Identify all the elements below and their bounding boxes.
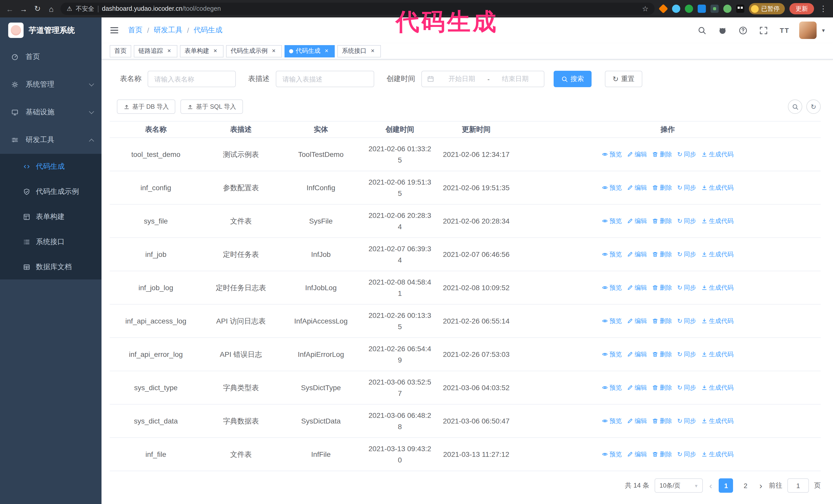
edit-link[interactable]: 编辑 — [627, 415, 647, 427]
tab-form-builder[interactable]: 表单构建× — [180, 45, 223, 57]
edit-link[interactable]: 编辑 — [627, 215, 647, 226]
delete-link[interactable]: 删除 — [652, 149, 672, 160]
generate-code-link[interactable]: 生成代码 — [701, 349, 734, 360]
close-icon[interactable]: × — [270, 47, 277, 55]
browser-back-button[interactable]: ← — [5, 4, 14, 13]
extension-icon[interactable] — [672, 5, 680, 13]
import-sql-button[interactable]: 基于 SQL 导入 — [181, 99, 243, 114]
sidebar-toggle-button[interactable] — [110, 26, 119, 35]
preview-link[interactable]: 预览 — [602, 182, 622, 193]
sync-link[interactable]: ↻ 同步 — [677, 282, 696, 293]
browser-menu-kebab-icon[interactable]: ⋮ — [819, 4, 828, 13]
tab-home[interactable]: 首页 — [110, 45, 131, 57]
sync-link[interactable]: ↻ 同步 — [677, 382, 696, 393]
tab-tracing[interactable]: 链路追踪× — [134, 45, 177, 57]
fullscreen-icon[interactable] — [758, 25, 769, 35]
address-bar[interactable]: ⚠ 不安全 dashboard.yudao.iocoder.cn/tool/co… — [61, 3, 654, 15]
edit-link[interactable]: 编辑 — [627, 449, 647, 460]
delete-link[interactable]: 删除 — [652, 449, 672, 460]
profile-paused-badge[interactable]: 已暂停 — [749, 3, 785, 14]
next-page-button[interactable]: › — [758, 481, 764, 490]
sidebar-item-infra[interactable]: 基础设施 — [0, 98, 101, 126]
help-icon[interactable] — [738, 25, 748, 35]
preview-link[interactable]: 预览 — [602, 149, 622, 160]
close-icon[interactable]: × — [323, 47, 330, 55]
delete-link[interactable]: 删除 — [652, 349, 672, 360]
sync-link[interactable]: ↻ 同步 — [677, 149, 696, 160]
bookmark-star-icon[interactable]: ☆ — [642, 5, 648, 13]
sync-link[interactable]: ↻ 同步 — [677, 449, 696, 460]
sync-link[interactable]: ↻ 同步 — [677, 415, 696, 427]
tab-codegen-example[interactable]: 代码生成示例× — [226, 45, 282, 57]
preview-link[interactable]: 预览 — [602, 282, 622, 293]
date-end-placeholder[interactable]: 结束日期 — [492, 74, 539, 83]
edit-link[interactable]: 编辑 — [627, 249, 647, 260]
sidebar-item-home[interactable]: 首页 — [0, 43, 101, 71]
search-button[interactable]: 搜索 — [554, 71, 592, 87]
close-icon[interactable]: × — [212, 47, 219, 55]
preview-link[interactable]: 预览 — [602, 315, 622, 327]
edit-link[interactable]: 编辑 — [627, 315, 647, 327]
preview-link[interactable]: 预览 — [602, 349, 622, 360]
generate-code-link[interactable]: 生成代码 — [701, 249, 734, 260]
sync-link[interactable]: ↻ 同步 — [677, 249, 696, 260]
reset-button[interactable]: ↻ 重置 — [605, 71, 642, 87]
refresh-table-button[interactable]: ↻ — [806, 99, 821, 114]
delete-link[interactable]: 删除 — [652, 182, 672, 193]
sidebar-item-codegen-example[interactable]: 代码生成示例 — [0, 179, 101, 204]
generate-code-link[interactable]: 生成代码 — [701, 449, 734, 460]
github-icon[interactable] — [717, 25, 728, 35]
browser-forward-button[interactable]: → — [19, 4, 28, 13]
browser-reload-button[interactable]: ↻ — [33, 4, 42, 13]
delete-link[interactable]: 删除 — [652, 282, 672, 293]
close-icon[interactable]: × — [166, 47, 173, 55]
extension-icon[interactable] — [723, 5, 732, 13]
extension-icon[interactable] — [736, 5, 744, 13]
breadcrumb-home[interactable]: 首页 — [128, 26, 143, 35]
extension-icon[interactable] — [711, 5, 719, 13]
generate-code-link[interactable]: 生成代码 — [701, 182, 734, 193]
insecure-label[interactable]: 不安全 — [76, 4, 94, 13]
sync-link[interactable]: ↻ 同步 — [677, 349, 696, 360]
date-start-placeholder[interactable]: 开始日期 — [438, 74, 485, 83]
sidebar-item-form-builder[interactable]: 表单构建 — [0, 204, 101, 229]
preview-link[interactable]: 预览 — [602, 382, 622, 393]
delete-link[interactable]: 删除 — [652, 415, 672, 427]
extension-icon[interactable] — [685, 5, 693, 13]
sidebar-item-devtools[interactable]: 研发工具 — [0, 126, 101, 154]
preview-link[interactable]: 预览 — [602, 449, 622, 460]
sidebar-item-system-api[interactable]: 系统接口 — [0, 229, 101, 254]
edit-link[interactable]: 编辑 — [627, 382, 647, 393]
browser-home-button[interactable]: ⌂ — [47, 4, 56, 13]
date-range-picker[interactable]: 开始日期 - 结束日期 — [421, 71, 544, 87]
app-logo-row[interactable]: 芋道管理系统 — [0, 18, 101, 43]
tab-system-api[interactable]: 系统接口× — [337, 45, 381, 57]
delete-link[interactable]: 删除 — [652, 249, 672, 260]
avatar[interactable] — [800, 22, 817, 39]
close-icon[interactable]: × — [369, 47, 376, 55]
extension-icon[interactable] — [659, 4, 668, 13]
generate-code-link[interactable]: 生成代码 — [701, 415, 734, 427]
delete-link[interactable]: 删除 — [652, 382, 672, 393]
generate-code-link[interactable]: 生成代码 — [701, 149, 734, 160]
sidebar-item-db-docs[interactable]: 数据库文档 — [0, 254, 101, 280]
preview-link[interactable]: 预览 — [602, 415, 622, 427]
tab-codegen[interactable]: 代码生成× — [285, 45, 335, 57]
toggle-search-button[interactable] — [788, 99, 802, 114]
prev-page-button[interactable]: ‹ — [708, 481, 714, 490]
delete-link[interactable]: 删除 — [652, 215, 672, 226]
sync-link[interactable]: ↻ 同步 — [677, 182, 696, 193]
preview-link[interactable]: 预览 — [602, 215, 622, 226]
page-size-select[interactable]: 10条/页 ▾ — [654, 478, 703, 493]
edit-link[interactable]: 编辑 — [627, 349, 647, 360]
table-name-input[interactable] — [148, 71, 236, 87]
table-desc-input[interactable] — [276, 71, 374, 87]
page-button-2[interactable]: 2 — [738, 478, 753, 493]
import-db-button[interactable]: 基于 DB 导入 — [117, 99, 175, 114]
preview-link[interactable]: 预览 — [602, 249, 622, 260]
extension-icon[interactable] — [698, 5, 706, 13]
generate-code-link[interactable]: 生成代码 — [701, 382, 734, 393]
sync-link[interactable]: ↻ 同步 — [677, 315, 696, 327]
sync-link[interactable]: ↻ 同步 — [677, 215, 696, 226]
generate-code-link[interactable]: 生成代码 — [701, 315, 734, 327]
